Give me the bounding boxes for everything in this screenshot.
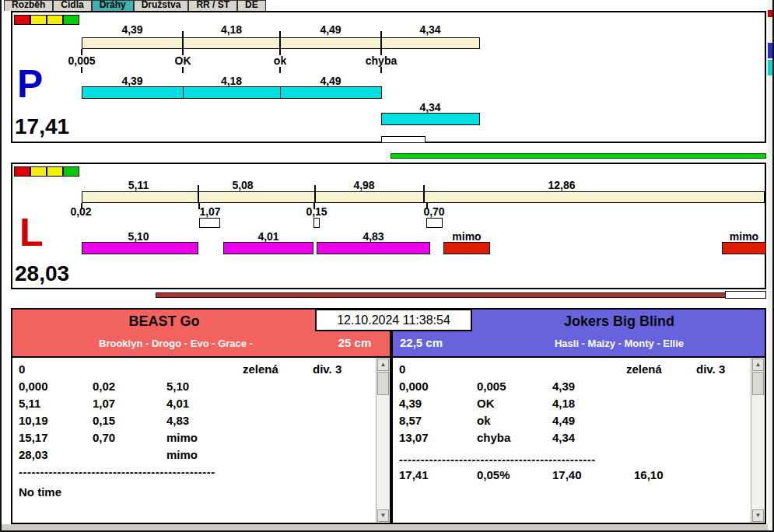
split-bar bbox=[381, 113, 480, 125]
tab-rozbeh[interactable]: Rozběh bbox=[4, 0, 53, 11]
tab-de[interactable]: DE bbox=[237, 0, 266, 11]
scroll-down-icon[interactable]: ▼ bbox=[377, 509, 389, 522]
tab-cidla[interactable]: Čidla bbox=[53, 0, 91, 11]
cell: 4,83 bbox=[166, 414, 189, 427]
totals-row: 17,41 0,05% 17,40 16,10 bbox=[399, 468, 744, 485]
split-time-label: 4,34 bbox=[381, 101, 479, 114]
offscreen-blue-block bbox=[768, 43, 774, 58]
left-scrollbar[interactable]: ▲ ▼ bbox=[376, 358, 390, 523]
table-row: 28,03 mimo bbox=[19, 448, 369, 465]
tick-mark bbox=[198, 185, 199, 191]
left-team-lineup: Brooklyn - Drogo - Evo - Grace - bbox=[12, 338, 339, 349]
mark-label: 0,70 bbox=[411, 205, 457, 218]
green-progress-line bbox=[391, 153, 766, 159]
tab-drahy[interactable]: Dráhy bbox=[92, 0, 134, 11]
table-row: 0 zelená div. 3 bbox=[399, 362, 744, 380]
split-time-label: 4,34 bbox=[381, 23, 479, 36]
table-row: 10,19 0,15 4,83 bbox=[19, 414, 369, 431]
split-bar bbox=[183, 86, 281, 99]
right-jump-height: 22,5 cm bbox=[400, 336, 485, 349]
offscreen-cyan-block bbox=[768, 60, 774, 75]
mark-label: OK bbox=[159, 54, 206, 67]
offscreen-red-block bbox=[768, 10, 774, 17]
split-time-label: 4,39 bbox=[82, 23, 183, 36]
lane-letter-p: P bbox=[17, 68, 43, 100]
tick-mark bbox=[380, 31, 382, 37]
lane-total-l: 28,03 bbox=[15, 261, 69, 286]
tab-rr-st[interactable]: RR / ST bbox=[188, 0, 237, 11]
timeline-bar bbox=[82, 37, 480, 49]
tab-label: Dráhy bbox=[100, 0, 126, 10]
status-square-yellow-2 bbox=[47, 166, 63, 177]
table-row: 0,000 0,005 4,39 bbox=[399, 380, 744, 397]
cell: 15,17 bbox=[19, 431, 48, 444]
split-time-label: 5,08 bbox=[198, 179, 287, 191]
split-time-label: 4,49 bbox=[280, 75, 381, 87]
cell: 13,07 bbox=[399, 431, 429, 444]
bar-divider bbox=[314, 191, 316, 203]
bar-divider bbox=[279, 37, 281, 49]
tab-druzstva[interactable]: Družstva bbox=[134, 0, 189, 11]
tab-label: Družstva bbox=[142, 0, 181, 10]
lane-p-panel: 4,39 4,18 4,49 4,34 0,005 OK ok chyba P … bbox=[11, 11, 766, 143]
mark-label: 0,02 bbox=[58, 205, 104, 218]
fault-bar bbox=[722, 242, 766, 254]
split-time-label: 4,39 bbox=[82, 75, 183, 87]
penalty-box bbox=[313, 218, 320, 228]
mark-label: chyba bbox=[358, 54, 405, 67]
status-squares bbox=[14, 15, 79, 25]
scrollbar-thumb[interactable] bbox=[752, 372, 764, 395]
cell: zelená bbox=[243, 362, 278, 376]
status-square-yellow-2 bbox=[47, 15, 63, 25]
tick-mark bbox=[423, 185, 425, 191]
fault-label: mimo bbox=[443, 230, 490, 243]
right-team-panel: Jokers Big Blind Hasli - Maizy - Monty -… bbox=[391, 308, 766, 524]
cell: 0,05% bbox=[477, 468, 510, 481]
cell: 16,10 bbox=[634, 468, 664, 481]
left-team-results: 0 zelená div. 3 0,000 0,02 5,10 5,11 1,0… bbox=[12, 356, 390, 523]
table-row: 15,17 0,70 mimo bbox=[19, 431, 369, 448]
split-time-label: 4,49 bbox=[280, 23, 381, 36]
tab-label: RR / ST bbox=[196, 0, 229, 10]
app-window: Rozběh Čidla Dráhy Družstva RR / ST DE 4… bbox=[0, 0, 774, 532]
cell: 0,005 bbox=[477, 380, 506, 393]
cell: 1,07 bbox=[93, 397, 115, 410]
scroll-up-icon[interactable]: ▲ bbox=[752, 359, 764, 371]
tick-mark bbox=[81, 67, 82, 73]
status-square-red bbox=[14, 166, 30, 177]
clock-display: 12.10.2024 11:38:54 bbox=[315, 309, 472, 331]
cell: 4,18 bbox=[552, 397, 575, 410]
cell: 10,19 bbox=[19, 414, 48, 427]
status-square-red bbox=[14, 15, 30, 25]
cell: 0 bbox=[19, 362, 25, 376]
fault-bar bbox=[443, 242, 490, 254]
penalty-box bbox=[199, 218, 220, 228]
scrollbar-thumb[interactable] bbox=[377, 372, 389, 395]
mark-label: 0,15 bbox=[293, 205, 340, 218]
table-row: 13,07 chyba 4,34 bbox=[399, 431, 744, 448]
scroll-up-icon[interactable]: ▲ bbox=[377, 359, 389, 371]
separator-row: ----------------------------------------… bbox=[399, 453, 744, 468]
tick-mark bbox=[314, 185, 316, 191]
status-squares bbox=[14, 166, 79, 177]
separator-dashes: ----------------------------------------… bbox=[19, 465, 246, 478]
bar-divider bbox=[423, 191, 425, 203]
scroll-down-icon[interactable]: ▼ bbox=[752, 509, 764, 522]
bar-divider bbox=[198, 191, 199, 203]
right-scrollbar[interactable]: ▲ ▼ bbox=[751, 358, 765, 523]
cell: 0,02 bbox=[93, 380, 115, 393]
lane-letter-l: L bbox=[19, 217, 44, 248]
tab-label: Rozběh bbox=[12, 0, 45, 10]
cell: 0 bbox=[399, 362, 405, 376]
table-row: 0 zelená div. 3 bbox=[19, 362, 369, 380]
split-bar bbox=[317, 242, 430, 254]
split-bar bbox=[82, 242, 198, 254]
tick-mark bbox=[279, 67, 281, 73]
progress-marker bbox=[725, 291, 766, 299]
cell: 4,34 bbox=[552, 431, 575, 444]
penalty-box bbox=[426, 218, 443, 228]
left-team-name: BEAST Go bbox=[12, 313, 316, 330]
cell: OK bbox=[477, 397, 495, 410]
split-time-label: 4,18 bbox=[183, 23, 280, 36]
table-row: 4,39 OK 4,18 bbox=[399, 397, 744, 414]
